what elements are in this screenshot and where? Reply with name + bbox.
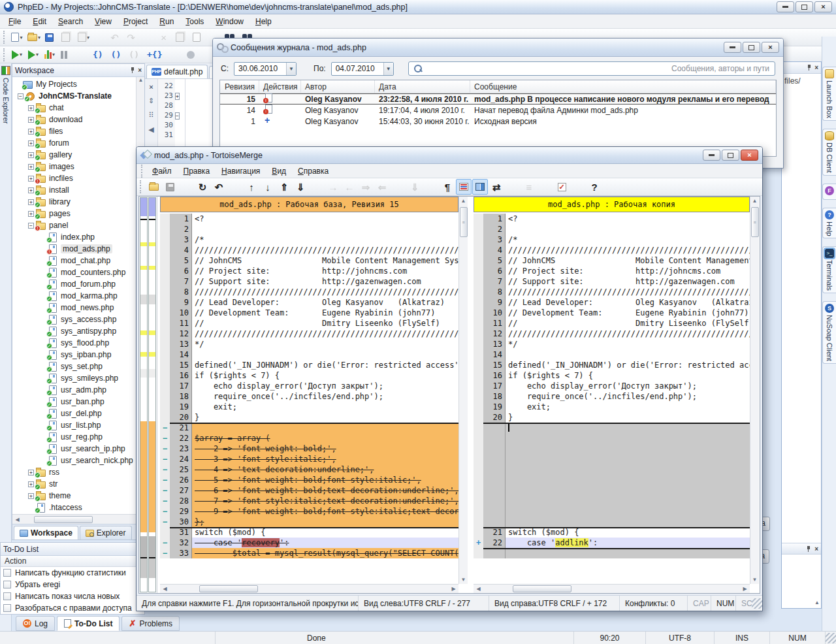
- locator-left-column[interactable]: [140, 197, 148, 592]
- tree-item[interactable]: + images: [12, 161, 144, 172]
- toolbar-button[interactable]: ▾: [190, 29, 206, 45]
- scroll-thumb[interactable]: [513, 585, 571, 592]
- tree-item[interactable]: + forum: [12, 137, 144, 149]
- tree-item[interactable]: usr_list.php: [12, 419, 144, 431]
- toolbar-button[interactable]: ▾: [58, 47, 74, 63]
- tree-expander[interactable]: +: [28, 164, 34, 170]
- merge-menu-item[interactable]: Правка: [178, 165, 216, 177]
- menu-item[interactable]: Window: [210, 16, 249, 27]
- tree-item[interactable]: mod_news.php: [12, 302, 144, 314]
- scroll-thumb[interactable]: ≡: [460, 207, 468, 237]
- merge-toolbar-button[interactable]: [178, 179, 194, 195]
- toolbar-button[interactable]: ▾: [76, 29, 91, 45]
- dropdown-arrow-icon[interactable]: ▾: [52, 52, 55, 57]
- merge-titlebar[interactable]: mod_ads.php - TortoiseMerge ×: [137, 147, 762, 164]
- tree-expander[interactable]: −: [18, 93, 24, 99]
- tree-expander[interactable]: +: [28, 187, 34, 193]
- maximize-button[interactable]: [722, 150, 739, 161]
- merge-toolbar-button[interactable]: [456, 179, 472, 195]
- merge-toolbar-button[interactable]: ↑: [244, 179, 259, 195]
- dropdown-arrow-icon[interactable]: ▼: [286, 63, 296, 75]
- merge-toolbar-button[interactable]: [162, 179, 178, 195]
- resize-grip[interactable]: [752, 598, 762, 609]
- merge-toolbar-button[interactable]: ↓: [260, 179, 276, 195]
- tree-expander[interactable]: +: [28, 481, 34, 487]
- merge-toolbar-button[interactable]: ↶: [211, 179, 227, 195]
- dropdown-arrow-icon[interactable]: ▼: [383, 63, 393, 75]
- right-hscrollbar[interactable]: ◀ ▶: [474, 584, 750, 593]
- merge-toolbar-button[interactable]: [505, 179, 521, 195]
- scroll-up-icon[interactable]: ▲: [137, 77, 144, 83]
- merge-toolbar-button[interactable]: ⇐: [374, 179, 390, 195]
- to-date-combo[interactable]: 04.07.2010 ▼: [331, 62, 394, 76]
- tree-expander[interactable]: +: [28, 470, 34, 475]
- merge-toolbar-button[interactable]: ≡: [521, 179, 537, 195]
- right-dock-tab[interactable]: S NuSoap Client: [822, 301, 836, 364]
- toolbar-button[interactable]: ▾: [43, 29, 59, 45]
- todo-checkbox[interactable]: [3, 604, 11, 612]
- scroll-up-icon[interactable]: ▲: [458, 197, 468, 205]
- column-date[interactable]: Дата: [375, 80, 470, 93]
- right-dock-tab[interactable]: >_ Terminals: [822, 246, 836, 293]
- tree-item[interactable]: − JohnCMS-Translate: [12, 90, 144, 102]
- column-actions[interactable]: Действия: [259, 80, 301, 93]
- merge-toolbar-button[interactable]: ⇄: [489, 179, 504, 195]
- scroll-left-icon[interactable]: ◀: [12, 517, 22, 523]
- toolbar-button[interactable]: ▾: [9, 29, 25, 45]
- merge-menu-item[interactable]: Навигация: [216, 165, 266, 177]
- bookmark-icon[interactable]: ⠿: [148, 111, 153, 120]
- locator-right-column[interactable]: [148, 197, 156, 592]
- left-code-view[interactable]: 1 <? 2 3 /* 4 ///: [160, 214, 458, 584]
- tree-item[interactable]: usr_ban.php: [12, 396, 144, 408]
- merge-menu-item[interactable]: Вид: [266, 165, 292, 177]
- split-icon[interactable]: ⇕: [148, 97, 154, 105]
- tree-item[interactable]: + str: [12, 478, 144, 490]
- tree-item[interactable]: sys_ipban.php: [12, 349, 144, 361]
- tab-code-explorer[interactable]: Code Explorer: [0, 63, 11, 123]
- tree-item[interactable]: + download: [12, 114, 144, 125]
- bottom-tab[interactable]: ✗ Problems: [121, 616, 180, 631]
- merge-toolbar-button[interactable]: ⇓: [293, 179, 308, 195]
- resize-grip[interactable]: [826, 633, 836, 643]
- todo-item[interactable]: Убрать eregi: [1, 579, 144, 590]
- tree-item[interactable]: .htaccess: [12, 502, 144, 513]
- toolbar-button[interactable]: ▾: [141, 29, 157, 45]
- project-tree[interactable]: My Projects − JohnCMS-Translate + chat +…: [12, 77, 144, 514]
- menu-item[interactable]: Edit: [27, 16, 52, 27]
- toolbar-button[interactable]: ▾: [59, 29, 75, 45]
- pin-icon[interactable]: [807, 64, 812, 71]
- toolbar-button[interactable]: ▾: [169, 47, 184, 63]
- tree-item[interactable]: + pages: [12, 208, 144, 219]
- right-vscrollbar[interactable]: ▲ ≡ ▼: [750, 197, 759, 584]
- right-dock-tab[interactable]: F: [822, 184, 836, 200]
- editor-tab[interactable]: PHP default.php: [146, 65, 208, 78]
- todo-checkbox[interactable]: [3, 569, 11, 577]
- merge-toolbar-button[interactable]: [538, 179, 553, 195]
- todo-column-header[interactable]: Action: [1, 556, 144, 567]
- close-button[interactable]: ×: [741, 150, 758, 161]
- maximize-button[interactable]: [743, 42, 760, 53]
- merge-toolbar-button[interactable]: ⇑: [276, 179, 292, 195]
- log-filter-input[interactable]: Сообщения, авторы и пути: [408, 61, 775, 76]
- toolbar-button[interactable]: ↶ ▾: [108, 29, 124, 45]
- merge-menu-item[interactable]: Справка: [292, 165, 334, 177]
- toolbar-button[interactable]: × ▾: [157, 29, 173, 45]
- tree-expander[interactable]: +: [28, 117, 34, 123]
- toolbar-button[interactable]: () ▾: [127, 47, 144, 63]
- column-message[interactable]: Сообщение: [470, 80, 776, 93]
- tree-item[interactable]: sys_smileys.php: [12, 372, 144, 384]
- scroll-left-icon[interactable]: ◀: [160, 586, 170, 592]
- column-revision[interactable]: Ревизия: [220, 80, 259, 93]
- revision-row[interactable]: 15 Oleg Kasyanov 23:22:58, 4 июля 2010 г…: [220, 93, 776, 105]
- toolbar-button[interactable]: ▾: [185, 47, 201, 63]
- dropdown-arrow-icon[interactable]: ▾: [20, 52, 22, 57]
- toolbar-button[interactable]: {) ▾: [91, 47, 108, 63]
- right-dock-tab[interactable]: Launch Box: [822, 67, 836, 121]
- tree-item[interactable]: + library: [12, 196, 144, 208]
- toolbar-button[interactable]: ↷ ▾: [125, 29, 140, 45]
- tree-item[interactable]: mod_forum.php: [12, 278, 144, 290]
- todo-item[interactable]: Написать функцию статистики: [1, 567, 144, 579]
- right-dock-tab[interactable]: DB Client: [822, 129, 836, 175]
- tree-expander[interactable]: +: [28, 129, 34, 135]
- tree-item[interactable]: mod_chat.php: [12, 255, 144, 266]
